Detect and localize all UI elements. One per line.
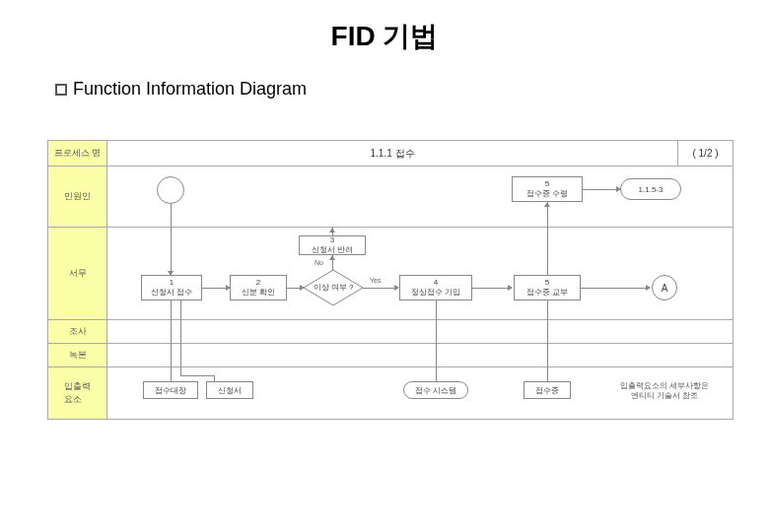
node-txt: 접수증 수령 bbox=[526, 188, 568, 199]
decision-text: 이상 여부 ? bbox=[314, 284, 354, 293]
box-receipt-receive: 5 접수증 수령 bbox=[512, 176, 583, 202]
lane-2-body: 1 신청서 접수 2 신분 확인 3 신청서 반려 이상 여부 ? bbox=[107, 228, 733, 319]
page-title: FID 기법 bbox=[0, 0, 769, 55]
io-txt: 접수대장 bbox=[155, 385, 186, 396]
io-ledger: 접수대장 bbox=[143, 381, 198, 399]
header-process-name: 1.1.1 접수 bbox=[107, 141, 677, 166]
conn bbox=[547, 228, 548, 275]
node-txt: 정상접수 기입 bbox=[411, 287, 460, 298]
arrow-up-icon bbox=[544, 202, 550, 207]
lane-3: 조사 bbox=[48, 320, 733, 344]
conn bbox=[171, 228, 172, 275]
lane-3-label: 조사 bbox=[48, 320, 107, 343]
lane-4-body bbox=[107, 344, 733, 366]
arrow-right-icon bbox=[616, 186, 621, 192]
arrow-right-icon bbox=[300, 285, 305, 291]
conn bbox=[171, 204, 172, 228]
lane-5-label: 입출력 요소 bbox=[48, 367, 107, 419]
conn bbox=[171, 320, 172, 344]
lane-3-body bbox=[107, 320, 733, 343]
node-num: 1 bbox=[170, 278, 174, 287]
lane-2: 서무 1 신청서 접수 2 신분 확인 3 신청서 반려 bbox=[48, 228, 733, 320]
lane-2-label: 서무 bbox=[48, 228, 107, 319]
conn bbox=[180, 300, 181, 320]
arrow-up-icon bbox=[329, 228, 335, 233]
lane-4: 녹본 bbox=[48, 344, 733, 367]
conn bbox=[363, 288, 398, 289]
box-ref-115-3: 1.1.5-3 bbox=[620, 178, 681, 200]
conn bbox=[581, 288, 650, 289]
label-no: No bbox=[315, 259, 323, 266]
node-txt: 신청서 반려 bbox=[312, 244, 353, 255]
lane-1-body: 5 접수증 수령 1.1.5-3 bbox=[107, 166, 733, 227]
conn bbox=[547, 344, 548, 367]
conn bbox=[547, 367, 548, 381]
conn bbox=[180, 320, 181, 344]
arrow-right-icon bbox=[226, 285, 231, 291]
io-note: 입출력요소의 세부사항은 엔티티 기술서 참조 bbox=[610, 381, 719, 400]
io-txt: 신청서 bbox=[218, 385, 242, 396]
node-txt: 1.1.5-3 bbox=[639, 185, 664, 194]
conn bbox=[436, 300, 437, 320]
header-page: ( 1/2 ) bbox=[677, 141, 733, 166]
node-num: 4 bbox=[434, 278, 438, 287]
page-subtitle: Function Information Diagram bbox=[0, 55, 769, 100]
node-num: 2 bbox=[256, 278, 260, 287]
header-process-label: 프로세스 명 bbox=[48, 141, 107, 166]
conn bbox=[180, 375, 214, 376]
conn bbox=[180, 367, 181, 375]
conn bbox=[436, 367, 437, 381]
lane-1-label: 민원인 bbox=[48, 166, 107, 227]
io-txt: 접수 시스템 bbox=[415, 385, 456, 396]
arrow-right-icon bbox=[646, 285, 651, 291]
bullet-icon bbox=[55, 84, 67, 96]
conn bbox=[583, 189, 620, 190]
conn bbox=[171, 300, 172, 320]
box-normal-record: 4 정상접수 기입 bbox=[399, 275, 472, 300]
node-num: 5 bbox=[545, 179, 549, 188]
arrow-right-icon bbox=[508, 285, 513, 291]
connector-a: A bbox=[652, 275, 677, 300]
box-application-receive: 1 신청서 접수 bbox=[141, 275, 202, 300]
lane-1: 민원인 5 접수증 수령 1.1.5-3 bbox=[48, 166, 733, 228]
conn bbox=[171, 344, 172, 367]
conn bbox=[171, 367, 172, 381]
arrow-up-icon bbox=[329, 255, 335, 260]
node-txt: 신분 확인 bbox=[242, 287, 275, 298]
io-receipt: 접수증 bbox=[524, 381, 571, 399]
start-circle bbox=[157, 176, 184, 204]
io-application: 신청서 bbox=[206, 381, 253, 399]
subtitle-text: Function Information Diagram bbox=[73, 79, 307, 99]
lane-5-body: 접수대장 신청서 접수 시스템 접수증 입출력요소의 세부사항은 엔티티 기술서… bbox=[107, 367, 733, 419]
conn bbox=[180, 344, 181, 367]
node-num: 5 bbox=[545, 278, 549, 287]
node-txt: 접수증 교부 bbox=[526, 287, 568, 298]
io-system: 접수 시스템 bbox=[403, 381, 468, 399]
conn bbox=[547, 320, 548, 344]
box-receipt-issue: 5 접수증 교부 bbox=[514, 275, 581, 300]
decision-abnormal: 이상 여부 ? bbox=[303, 269, 364, 306]
lane-4-label: 녹본 bbox=[48, 344, 107, 366]
conn bbox=[436, 320, 437, 344]
conn bbox=[436, 344, 437, 367]
node-num: 3 bbox=[330, 235, 334, 244]
box-id-check: 2 신분 확인 bbox=[230, 275, 287, 300]
lane-5: 입출력 요소 접수대장 신청서 접수 시스템 접수증 입출력요소의 세부사항은 … bbox=[48, 367, 733, 419]
box-reject: 3 신청서 반려 bbox=[299, 235, 366, 255]
header-row: 프로세스 명 1.1.1 접수 ( 1/2 ) bbox=[48, 141, 733, 166]
connector-a-txt: A bbox=[662, 283, 668, 294]
diagram-canvas: 프로세스 명 1.1.1 접수 ( 1/2 ) 민원인 5 접수증 수령 1.1… bbox=[47, 140, 734, 420]
conn bbox=[472, 288, 512, 289]
io-txt: 접수증 bbox=[535, 385, 559, 396]
arrow-down-icon bbox=[168, 271, 174, 276]
conn bbox=[547, 300, 548, 320]
node-txt: 신청서 접수 bbox=[151, 287, 192, 298]
label-yes: Yes bbox=[370, 277, 381, 284]
